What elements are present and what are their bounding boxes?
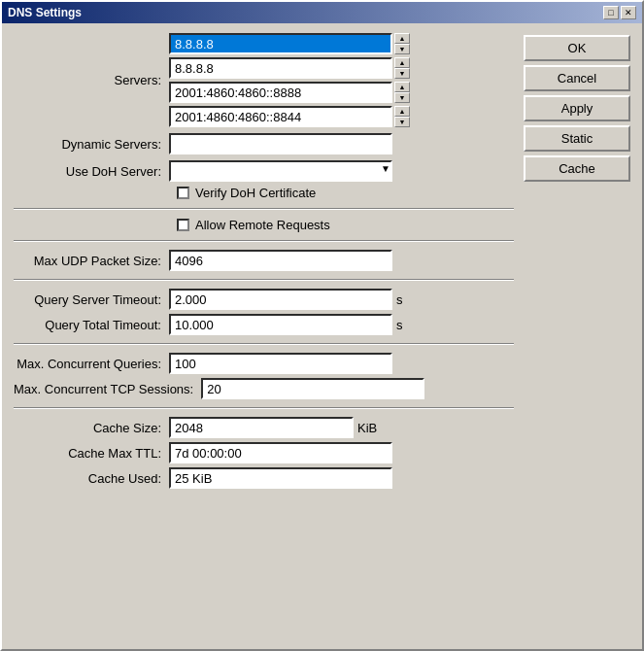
verify-doh-label: Verify DoH Certificate — [195, 186, 316, 200]
server-spin-1-down[interactable]: ▼ — [394, 44, 410, 54]
servers-label: Servers: — [14, 73, 169, 87]
cache-used-label: Cache Used: — [14, 471, 169, 486]
server-input-3[interactable] — [169, 82, 392, 103]
max-udp-row: Max UDP Packet Size: — [14, 250, 514, 271]
separator-2 — [14, 240, 514, 242]
server-spin-4: ▲ ▼ — [394, 106, 410, 127]
server-input-2[interactable] — [169, 57, 392, 79]
server-spin-4-down[interactable]: ▼ — [394, 117, 410, 127]
query-total-timeout-label: Query Total Timeout: — [14, 318, 169, 332]
verify-doh-row: Verify DoH Certificate — [177, 186, 514, 200]
query-total-timeout-unit: s — [396, 318, 403, 332]
max-concurrent-tcp-label: Max. Concurrent TCP Sessions: — [14, 382, 201, 396]
server-spin-2-up[interactable]: ▲ — [394, 57, 410, 68]
doh-select[interactable] — [169, 160, 392, 182]
query-server-timeout-label: Query Server Timeout: — [14, 292, 169, 307]
server-input-1[interactable] — [169, 33, 392, 54]
cache-size-input[interactable] — [169, 417, 354, 438]
server-spin-2: ▲ ▼ — [394, 57, 410, 79]
verify-doh-checkbox[interactable] — [177, 187, 189, 199]
cache-used-row: Cache Used: — [14, 467, 514, 489]
query-server-timeout-row: Query Server Timeout: s — [14, 289, 514, 310]
max-concurrent-tcp-row: Max. Concurrent TCP Sessions: — [14, 378, 514, 399]
cache-used-input — [169, 467, 392, 489]
apply-button[interactable]: Apply — [524, 95, 630, 121]
max-concurrent-queries-row: Max. Concurrent Queries: — [14, 353, 514, 374]
cache-max-ttl-input[interactable] — [169, 442, 392, 463]
main-form: Servers: ▲ ▼ ▲ ▼ — [14, 33, 514, 493]
server-row-1: ▲ ▼ — [169, 33, 410, 54]
server-spin-1-up[interactable]: ▲ — [394, 33, 410, 44]
doh-server-label: Use DoH Server: — [14, 164, 169, 179]
dynamic-servers-input[interactable] — [169, 133, 392, 154]
server-spin-3-down[interactable]: ▼ — [394, 92, 410, 103]
query-total-timeout-row: Query Total Timeout: s — [14, 314, 514, 335]
query-server-timeout-unit: s — [396, 292, 403, 307]
query-total-timeout-input[interactable] — [169, 314, 392, 335]
server-row-4: ▲ ▼ — [169, 106, 410, 127]
separator-3 — [14, 279, 514, 281]
static-button[interactable]: Static — [524, 125, 630, 152]
server-spin-1: ▲ ▼ — [394, 33, 410, 54]
cache-max-ttl-row: Cache Max TTL: — [14, 442, 514, 463]
dynamic-servers-label: Dynamic Servers: — [14, 137, 169, 152]
server-input-4[interactable] — [169, 106, 392, 127]
close-button[interactable]: ✕ — [621, 6, 636, 19]
server-row-2: ▲ ▼ — [169, 57, 410, 79]
server-row-3: ▲ ▼ — [169, 82, 410, 103]
separator-5 — [14, 407, 514, 409]
titlebar-buttons: □ ✕ — [603, 6, 636, 19]
max-concurrent-queries-input[interactable] — [169, 353, 392, 374]
doh-select-wrapper: ▼ — [169, 160, 392, 182]
cache-size-label: Cache Size: — [14, 421, 169, 435]
max-udp-label: Max UDP Packet Size: — [14, 254, 169, 268]
max-concurrent-queries-label: Max. Concurrent Queries: — [14, 357, 169, 371]
separator-4 — [14, 343, 514, 345]
server-spin-2-down[interactable]: ▼ — [394, 68, 410, 79]
ok-button[interactable]: OK — [524, 35, 630, 61]
cache-button[interactable]: Cache — [524, 155, 630, 182]
server-spin-3-up[interactable]: ▲ — [394, 82, 410, 92]
allow-remote-row: Allow Remote Requests — [177, 218, 514, 232]
cache-size-row: Cache Size: KiB — [14, 417, 514, 438]
cache-size-unit: KiB — [357, 421, 377, 435]
content-area: Servers: ▲ ▼ ▲ ▼ — [2, 23, 642, 502]
maximize-button[interactable]: □ — [603, 6, 619, 19]
query-server-timeout-input[interactable] — [169, 289, 392, 310]
cache-max-ttl-label: Cache Max TTL: — [14, 446, 169, 461]
max-concurrent-tcp-input[interactable] — [201, 378, 424, 399]
allow-remote-checkbox[interactable] — [177, 219, 189, 231]
titlebar: DNS Settings □ ✕ — [2, 2, 642, 23]
window-title: DNS Settings — [8, 6, 82, 19]
servers-inputs: ▲ ▼ ▲ ▼ ▲ — [169, 33, 410, 127]
sidebar-buttons: OK Cancel Apply Static Cache — [524, 33, 630, 493]
allow-remote-label: Allow Remote Requests — [195, 218, 330, 232]
max-udp-input[interactable] — [169, 250, 392, 271]
separator-1 — [14, 208, 514, 210]
servers-section: Servers: ▲ ▼ ▲ ▼ — [14, 33, 514, 127]
doh-server-row: Use DoH Server: ▼ — [14, 160, 514, 182]
server-spin-3: ▲ ▼ — [394, 82, 410, 103]
cancel-button[interactable]: Cancel — [524, 65, 630, 91]
dynamic-servers-row: Dynamic Servers: — [14, 133, 514, 154]
server-spin-4-up[interactable]: ▲ — [394, 106, 410, 117]
dns-settings-window: DNS Settings □ ✕ Servers: ▲ ▼ — [0, 0, 644, 651]
